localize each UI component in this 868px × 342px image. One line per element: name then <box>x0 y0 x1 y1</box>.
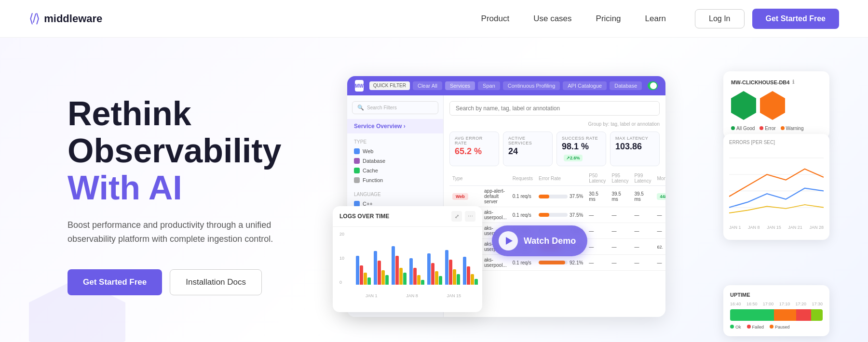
x-label-jan8: JAN 8 <box>406 293 418 298</box>
uptime-card: UPTIME 16:4016:5017:0017:1017:2017:30 Ok… <box>723 285 829 336</box>
nav-product[interactable]: Product <box>481 14 510 23</box>
metric-active-services: ACTIVE SERVICES 24 <box>503 132 553 166</box>
hex-warning-icon <box>760 91 785 120</box>
metric-error-rate: AVG ERROR RATE 65.2 % <box>449 132 499 166</box>
nav-use-cases[interactable]: Use cases <box>533 14 571 23</box>
errors-chart-card: ERRORS [PER SEC] JAN 1JAN 8JAN 1 <box>723 134 829 240</box>
tab-span[interactable]: Span <box>478 81 500 90</box>
log-bars <box>356 232 478 285</box>
logs-title: LOGS OVER TIME <box>339 213 389 220</box>
logo[interactable]: ⟨/⟩ middleware <box>29 11 102 26</box>
hex-good-icon <box>731 91 756 120</box>
sidebar-service-overview[interactable]: Service Overview › <box>347 119 443 133</box>
nav-cta-button[interactable]: Get Started Free <box>752 9 839 29</box>
metrics-card-title-text: MW-CLICKHOUSE-DB4 <box>731 79 789 85</box>
uptime-bar-chart <box>730 309 823 321</box>
uptime-paused-segment <box>774 309 796 321</box>
nav-learn[interactable]: Learn <box>645 14 666 23</box>
uptime-legend: Ok Failed Paused <box>730 325 823 329</box>
metrics-status-card: MW-CLICKHOUSE-DB4 ℹ All Good Error Warni… <box>723 71 829 139</box>
filter-search[interactable]: 🔍Search Filters <box>352 101 438 114</box>
metric-max-latency: MAX LATENCY 103.86 <box>610 132 660 166</box>
hero-title-rethink: Rethink <box>68 95 338 132</box>
uptime-title: UPTIME <box>730 292 823 298</box>
filter-web[interactable]: Web <box>347 146 443 156</box>
hero-install-docs-button[interactable]: Installation Docs <box>170 269 262 295</box>
metrics-legend: All Good Error Warning <box>731 126 822 131</box>
filter-cache[interactable]: Cache <box>347 166 443 175</box>
tab-api[interactable]: API Catalogue <box>563 81 607 90</box>
col-p95: P95 Latency <box>609 171 631 186</box>
filter-function[interactable]: Function <box>347 175 443 185</box>
errors-chart-title: ERRORS [PER SEC] <box>729 140 824 145</box>
hero-subtitle: Boost performance and productivity throu… <box>68 218 280 246</box>
logo-icon: ⟨/⟩ <box>29 11 39 26</box>
col-error-rate: Error Rate <box>536 171 586 186</box>
watch-demo-label: Watch Demo <box>524 236 576 246</box>
errors-x-labels: JAN 1JAN 8JAN 15JAN 21JAN 28 <box>729 225 824 230</box>
hero-title-ai: With AI <box>68 170 338 207</box>
hero-content: Rethink Observability With AI Boost perf… <box>68 66 338 295</box>
hero-buttons: Get Started Free Installation Docs <box>68 269 338 295</box>
logs-panel: LOGS OVER TIME ⤢ ⋯ 20100 <box>333 206 482 312</box>
expand-icon[interactable]: ⤢ <box>451 211 462 222</box>
tab-services[interactable]: Services <box>445 81 475 90</box>
uptime-failed-segment <box>796 309 811 321</box>
toggle-switch[interactable] <box>648 81 658 90</box>
filter-database[interactable]: Database <box>347 156 443 166</box>
uptime-time-labels: 16:4016:5017:0017:1017:2017:30 <box>730 302 823 306</box>
info-icon: ℹ <box>792 79 794 85</box>
watch-demo-button[interactable]: Watch Demo <box>492 225 587 256</box>
quick-filter-label: QUICK FILTER <box>369 81 410 90</box>
hero-get-started-button[interactable]: Get Started Free <box>68 269 162 295</box>
col-type: Type <box>449 171 481 186</box>
col-service <box>481 171 510 186</box>
x-label-jan1: JAN 1 <box>366 293 378 298</box>
nav-pricing[interactable]: Pricing <box>596 14 621 23</box>
col-requests: Requests <box>510 171 536 186</box>
metric-success-rate: SUCCESS RATE 98.1 %↗2.6% <box>556 132 606 166</box>
logo-text: middleware <box>44 13 102 25</box>
play-icon <box>499 231 518 250</box>
mw-logo: MW <box>355 80 364 92</box>
group-by-row: Group by: tag, label or annotation <box>449 121 660 127</box>
login-button[interactable]: Log In <box>695 9 744 28</box>
clear-all-btn[interactable]: Clear All <box>413 81 442 90</box>
table-row[interactable]: Web app-alert-default server 0.1 req/s 3… <box>449 186 665 207</box>
hero-section: Rethink Observability With AI Boost perf… <box>0 38 868 342</box>
x-label-jan15: JAN 15 <box>447 293 461 298</box>
service-search-input[interactable] <box>449 101 660 116</box>
col-p50: P50 Latency <box>586 171 609 186</box>
col-p99: P99 Latency <box>631 171 654 186</box>
hero-dashboard: MW QUICK FILTER Clear All Services Span … <box>338 66 839 342</box>
col-monitors: Monitors <box>654 171 665 186</box>
uptime-partial-segment <box>811 309 823 321</box>
tab-profiling[interactable]: Continuous Profiling <box>503 81 560 90</box>
y-axis-labels: 20100 <box>339 232 344 285</box>
uptime-ok-segment <box>730 309 774 321</box>
tab-database[interactable]: Database <box>610 81 642 90</box>
hero-title-observability: Observability <box>68 132 338 170</box>
dots-icon[interactable]: ⋯ <box>465 211 475 222</box>
